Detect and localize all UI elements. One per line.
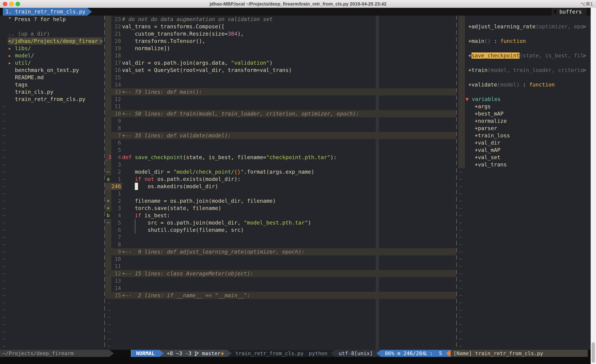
code-line[interactable]: +2 filename = os.path.join(model_dir, fi… (105, 197, 456, 204)
code-line[interactable]: +3 torch.save(state, filename) (105, 204, 456, 212)
tagbar-item[interactable]: +args (458, 103, 591, 110)
tagbar-item[interactable]: +validate(model) : function (458, 81, 591, 88)
tree-file-label: README.md (15, 74, 44, 80)
folded-code-line[interactable]: 7+-- 35 lines: def validate(model): (105, 132, 456, 139)
tagbar-item[interactable]: +val_dir (458, 139, 591, 146)
tagbar-kind-variables[interactable]: ▼ variables (458, 95, 591, 103)
folded-code-line[interactable]: 13+-- 73 lines: def main(): (105, 88, 456, 95)
command-line[interactable] (0, 357, 596, 364)
code-line[interactable]: 6 shutil.copyfile(filename, src) (105, 226, 456, 233)
tagbar-item[interactable]: +best_mAP (458, 110, 591, 117)
code-line[interactable]: ~2 model_dir = "model/check_point/{}".fo… (105, 168, 456, 175)
folded-code-line[interactable]: 10+-- 50 lines: def train(model, train_l… (105, 110, 456, 117)
sign-column-cell (105, 30, 112, 37)
tagbar-sign-column (458, 154, 465, 161)
code-line[interactable]: 15 (105, 74, 456, 81)
line-number: 23 (112, 16, 122, 23)
empty-line-tilde: ~ (458, 197, 591, 204)
tagbar-row-content: +val_dir (468, 140, 500, 146)
code-line[interactable]: 14 (105, 284, 456, 292)
folded-code-line[interactable]: 15+-- 2 lines: if __name__ == "__main__"… (105, 292, 456, 299)
window-separator[interactable] (456, 16, 457, 350)
empty-line-tilde: ~ (0, 132, 104, 139)
code-line[interactable]: 10 (105, 255, 456, 263)
tree-item-train_retr_from_clspy[interactable]: train_retr_from_cls.py (0, 95, 104, 103)
folded-code-line[interactable]: 12+-- 15 lines: class AverageMeter(objec… (105, 270, 456, 277)
code-line[interactable]: 7 (105, 233, 456, 241)
code-line[interactable]: 12 (105, 95, 456, 103)
tree-item-model[interactable]: ▸model/ (0, 52, 104, 59)
code-line[interactable]: 17val_dir = os.path.join(args.data, "val… (105, 59, 456, 66)
vim-tabline: 1. train_retr_from_cls.py buffers (0, 8, 596, 16)
code-line[interactable]: 23# do not do data augmentation on valid… (105, 16, 456, 23)
sign-column-cell (105, 270, 112, 277)
code-line[interactable]: 11 (105, 263, 456, 270)
code-line[interactable]: 14 (105, 81, 456, 88)
code-line[interactable]: 16val_set = QuerySet(root=val_dir, trans… (105, 66, 456, 74)
tag-label: +validate (468, 81, 497, 88)
code-line[interactable]: 8 (105, 124, 456, 132)
tree-item-train_clspy[interactable]: train_cls.py (0, 88, 104, 95)
code-line[interactable]: 3 (105, 161, 456, 168)
tagbar-item[interactable]: +train(model, train_loader, criterio> (458, 66, 591, 74)
code-line[interactable]: 13 (105, 277, 456, 284)
tab-train-retr-from-cls[interactable]: 1. train_retr_from_cls.py (3, 8, 87, 16)
tagbar-item[interactable]: +main() : function (458, 37, 591, 45)
code-line[interactable]: 246 os.makedirs(model_dir) (105, 183, 456, 190)
tagbar-item[interactable]: +normalize (458, 117, 591, 124)
folded-code-line[interactable]: 9+-- 9 lines: def adjust_learning_rate(o… (105, 248, 456, 255)
empty-line-tilde: ~ (458, 321, 591, 328)
tree-file-label: train_cls.py (15, 89, 53, 95)
line-number: 3 (112, 204, 122, 212)
code-line[interactable]: a1 if not os.path.exists(model_dir): (105, 175, 456, 183)
line-number: 13 (112, 277, 122, 284)
empty-line-tilde: ~ (105, 321, 456, 328)
code-line[interactable]: 19 normalize]) (105, 45, 456, 52)
tagbar-item[interactable]: +train_loss (458, 132, 591, 139)
code-text (122, 176, 135, 182)
code-line[interactable]: ~5 src = os.path.join(model_dir, "model_… (105, 219, 456, 226)
tree-dir-label: model/ (15, 52, 34, 59)
code-line[interactable]: 9 (105, 117, 456, 124)
code-line[interactable]: b4 if is_best: (105, 212, 456, 219)
tagbar-item[interactable]: +parser (458, 124, 591, 132)
tagbar-sign-column (458, 95, 465, 103)
code-text: if (135, 212, 141, 218)
buffers-label: buffers (559, 9, 582, 15)
code-line[interactable]: _34def save_checkpoint(state, is_best, f… (105, 154, 456, 161)
code-line[interactable]: 11 (105, 103, 456, 110)
tagbar-item[interactable]: +val_trans (458, 161, 591, 168)
scrollbar-track[interactable] (591, 8, 596, 364)
tree-item-libs[interactable]: ▸libs/ (0, 45, 104, 52)
code-line[interactable]: 21 custom_transform.Resize(size=384), (105, 30, 456, 37)
code-line[interactable]: 22val_trans = transforms.Compose([ (105, 23, 456, 30)
tree-item-util[interactable]: ▸util/ (0, 59, 104, 66)
tree-item-READMEmd[interactable]: README.md (0, 74, 104, 81)
scrollbar-thumb[interactable] (592, 342, 595, 363)
comment-text: # do not do data augmentation on validat… (122, 16, 273, 22)
tree-text: .. (up a dir) (0, 30, 104, 37)
line-number: 14 (112, 81, 122, 88)
empty-line-tilde: ~ (105, 313, 456, 321)
empty-line-tilde: ~ (458, 212, 591, 219)
code-line[interactable]: 6 (105, 139, 456, 146)
tree-root-path[interactable]: </jdhao/Projects/deep_firear> (0, 37, 104, 45)
code-line[interactable]: 1 (105, 190, 456, 197)
tagbar-item[interactable]: +adjust_learning_rate(optimizer, epo> (458, 23, 591, 30)
code-line[interactable]: 18 (105, 52, 456, 59)
macos-titlebar: jdhao-MBP.local ~/Projects/deep_firearm/… (0, 0, 596, 8)
sign-column-cell (105, 124, 112, 132)
gutter-sign: + (105, 204, 112, 212)
tagbar-item[interactable]: +val_mAP (458, 146, 591, 154)
code-line[interactable]: 20 transforms.ToTensor(), (105, 37, 456, 45)
sign-column-cell (105, 277, 112, 284)
tag-label: (optimizer, epo (536, 23, 584, 29)
tagbar-item[interactable]: +val_set (458, 154, 591, 161)
tagbar-item[interactable]: +save_checkpoint(state, is_best, fil> (458, 52, 591, 59)
tree-item-tags[interactable]: tags (0, 81, 104, 88)
code-line[interactable]: 8 (105, 241, 456, 248)
tag-label: +args (468, 103, 491, 109)
tree-item-benchmark_on_testpy[interactable]: benchmark_on_test.py (0, 66, 104, 74)
code-line[interactable]: 5 (105, 146, 456, 154)
window-separator[interactable] (104, 16, 105, 350)
